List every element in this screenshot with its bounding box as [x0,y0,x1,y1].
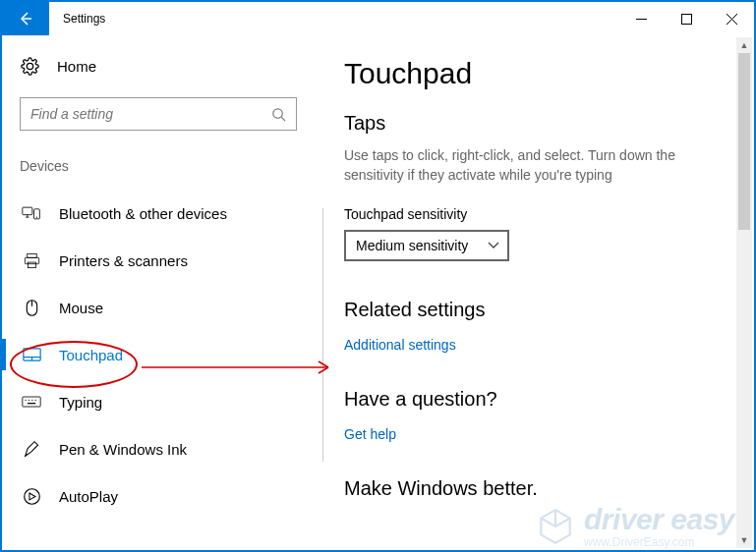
sidebar-item-bluetooth[interactable]: Bluetooth & other devices [20,190,317,237]
printer-icon [22,251,41,270]
search-icon [271,107,286,122]
sidebar-item-printers[interactable]: Printers & scanners [20,237,317,284]
sidebar-item-label: Typing [59,394,102,411]
svg-rect-2 [681,14,691,24]
sidebar-item-label: AutoPlay [59,488,118,505]
close-icon [727,14,737,25]
svg-point-11 [36,217,37,218]
autoplay-icon [22,487,41,506]
sidebar-item-touchpad[interactable]: Touchpad [20,331,317,378]
svg-rect-7 [23,207,32,215]
taps-description: Use taps to click, right-click, and sele… [344,146,708,185]
maximize-button[interactable] [664,2,709,35]
related-heading: Related settings [344,299,725,321]
maximize-icon [681,14,692,25]
additional-settings-link[interactable]: Additional settings [344,337,725,353]
search-field[interactable] [30,106,271,122]
group-label: Devices [20,158,317,174]
scrollbar[interactable]: ▲ ▼ [736,37,752,548]
svg-rect-13 [25,257,38,263]
sidebar-item-autoplay[interactable]: AutoPlay [20,472,317,520]
section-taps-heading: Taps [344,112,725,135]
search-input[interactable] [20,97,297,131]
svg-point-23 [31,400,32,401]
minimize-button[interactable] [618,2,664,35]
gear-icon [20,57,39,76]
bluetooth-devices-icon [22,204,41,222]
sidebar-item-label: Pen & Windows Ink [59,441,187,458]
svg-point-21 [26,400,27,401]
scroll-up-icon[interactable]: ▲ [736,37,752,53]
sidebar-item-label: Bluetooth & other devices [59,205,227,222]
sidebar-item-typing[interactable]: Typing [20,378,317,425]
window-title: Settings [49,2,119,35]
better-heading: Make Windows better. [344,477,725,500]
dropdown-value: Medium sensitivity [356,238,468,253]
home-label: Home [57,58,96,75]
sensitivity-label: Touchpad sensitivity [344,206,725,222]
sensitivity-dropdown[interactable]: Medium sensitivity [344,230,509,261]
svg-rect-20 [23,397,40,407]
touchpad-icon [22,347,41,362]
question-heading: Have a question? [344,388,725,411]
sidebar-item-label: Mouse [59,300,103,316]
scroll-thumb[interactable] [738,53,750,230]
pen-icon [22,440,41,459]
back-button[interactable] [2,2,49,35]
home-nav[interactable]: Home [20,53,317,80]
sidebar-item-pen[interactable]: Pen & Windows Ink [20,425,317,472]
svg-point-22 [29,400,29,401]
sidebar-item-label: Touchpad [59,347,123,363]
sidebar-item-label: Printers & scanners [59,252,188,269]
titlebar: Settings [2,2,754,35]
mouse-icon [22,299,41,317]
main-panel: Touchpad Taps Use taps to click, right-c… [317,35,754,550]
svg-rect-12 [27,253,36,257]
keyboard-icon [22,395,41,409]
svg-point-24 [35,400,36,401]
svg-point-5 [273,108,282,117]
scroll-down-icon[interactable]: ▼ [736,532,752,548]
chevron-down-icon [488,242,499,249]
sidebar: Home Devices Bluetooth & other devices P… [2,35,317,550]
sidebar-item-mouse[interactable]: Mouse [20,284,317,331]
svg-point-27 [24,488,39,504]
arrow-left-icon [17,10,34,28]
svg-rect-14 [28,262,35,268]
svg-line-6 [281,117,285,121]
get-help-link[interactable]: Get help [344,426,725,442]
minimize-icon [636,14,647,25]
page-title: Touchpad [344,57,725,90]
close-button[interactable] [709,2,754,35]
